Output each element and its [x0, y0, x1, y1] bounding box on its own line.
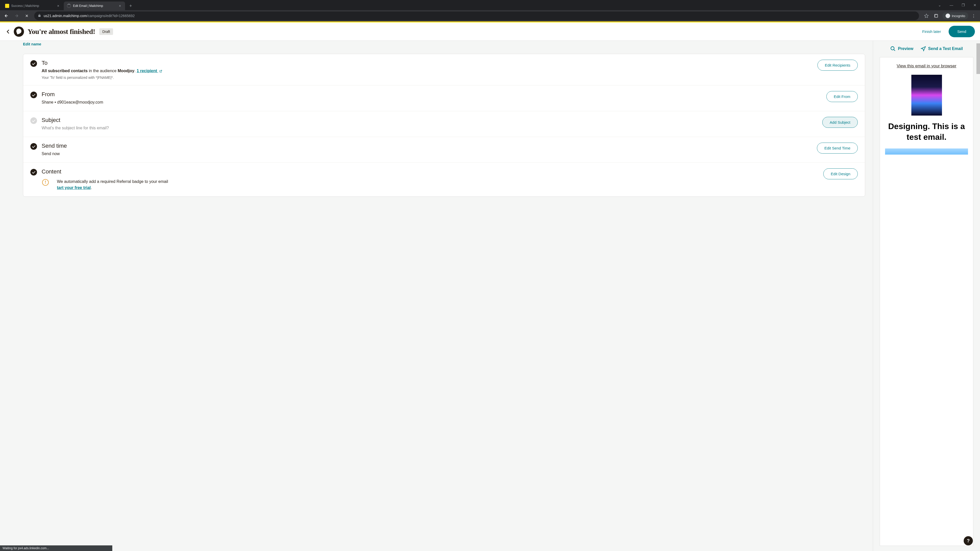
left-column: Edit name To All subscribed contacts in …: [0, 41, 873, 551]
app-header: You're almost finished! Draft Finish lat…: [0, 22, 980, 41]
svg-rect-0: [935, 14, 938, 17]
extensions-icon[interactable]: [932, 11, 940, 20]
warning-icon: !: [42, 179, 49, 186]
loading-spinner-icon: [67, 4, 71, 8]
preview-link[interactable]: Preview: [890, 46, 913, 52]
content-warning: ! We automatically add a required Referr…: [41, 179, 818, 191]
section-title-subject: Subject: [41, 117, 817, 124]
edit-recipients-button[interactable]: Edit Recipients: [818, 60, 858, 71]
maximize-icon[interactable]: ❐: [959, 2, 967, 9]
back-button[interactable]: [2, 11, 11, 20]
section-to: To All subscribed contacts in the audien…: [23, 54, 865, 85]
section-from: From Shane • d901eace@moodjoy.com Edit F…: [23, 85, 865, 111]
bookmark-star-icon[interactable]: [922, 11, 931, 20]
incognito-icon: [945, 14, 950, 18]
main-content: Edit name To All subscribed contacts in …: [0, 41, 980, 551]
minimize-icon[interactable]: —: [948, 2, 955, 9]
edit-from-button[interactable]: Edit From: [826, 91, 858, 102]
section-content: Content ! We automatically add a require…: [23, 162, 865, 197]
preview-hero-image: [912, 75, 942, 116]
to-description: All subscribed contacts in the audience …: [41, 68, 812, 74]
kebab-menu-icon[interactable]: ⋮: [969, 11, 978, 20]
browser-status-bar: Waiting for px4.ads.linkedin.com...: [0, 545, 112, 551]
preview-heading: Designing. This is a test email.: [883, 121, 970, 142]
add-subject-button[interactable]: Add Subject: [822, 117, 858, 128]
external-link-icon: [159, 70, 162, 73]
search-icon: [890, 46, 896, 52]
section-title-to: To: [41, 60, 812, 66]
subject-placeholder: What's the subject line for this email?: [41, 125, 817, 131]
email-preview-frame[interactable]: View this email in your browser Designin…: [880, 57, 974, 546]
svg-point-1: [891, 47, 894, 50]
tab-title: Edit Email | Mailchimp: [73, 4, 116, 8]
mailchimp-favicon: [5, 4, 9, 8]
check-icon: [30, 169, 37, 176]
help-fab-button[interactable]: ?: [964, 536, 973, 545]
close-window-icon[interactable]: ✕: [971, 2, 978, 9]
browser-tab-strip: Success | Mailchimp × Edit Email | Mailc…: [0, 0, 980, 10]
edit-send-time-button[interactable]: Edit Send Time: [817, 143, 858, 154]
from-description: Shane • d901eace@moodjoy.com: [41, 99, 821, 105]
window-controls: ⌄ — ❐ ✕: [936, 0, 978, 10]
scrollbar-thumb[interactable]: [977, 43, 980, 74]
send-time-value: Send now: [41, 151, 812, 157]
start-trial-link[interactable]: tart your free trial: [57, 186, 91, 190]
incognito-label: Incognito: [952, 14, 965, 18]
edit-design-button[interactable]: Edit Design: [823, 168, 858, 179]
to-helper-text: Your 'To' field is personalized with *|F…: [41, 76, 812, 79]
forward-button[interactable]: [12, 11, 21, 20]
pending-check-icon: [30, 118, 37, 124]
lock-icon: [38, 14, 41, 18]
back-chevron-icon[interactable]: [5, 29, 11, 34]
browser-tab-edit-email[interactable]: Edit Email | Mailchimp ×: [64, 2, 125, 10]
check-icon: [30, 92, 37, 98]
browser-tab-success[interactable]: Success | Mailchimp ×: [2, 2, 63, 10]
send-icon: [921, 46, 926, 52]
recipient-count-link[interactable]: 1 recipient: [137, 68, 162, 73]
preview-content-block: [885, 148, 968, 155]
section-title-from: From: [41, 91, 821, 98]
address-bar[interactable]: us21.admin.mailchimp.com/campaigns/edit?…: [34, 11, 919, 20]
check-icon: [30, 60, 37, 67]
section-title-send-time: Send time: [41, 143, 812, 149]
incognito-badge[interactable]: Incognito: [942, 12, 968, 19]
view-in-browser-link[interactable]: View this email in your browser: [883, 64, 970, 68]
chevron-down-icon[interactable]: ⌄: [936, 2, 943, 9]
page-scrollbar[interactable]: [977, 41, 980, 551]
status-badge: Draft: [99, 28, 113, 35]
section-send-time: Send time Send now Edit Send Time: [23, 137, 865, 162]
browser-toolbar: us21.admin.mailchimp.com/campaigns/edit?…: [0, 10, 980, 21]
check-icon: [30, 143, 37, 150]
content-note-text: We automatically add a required Referral…: [57, 179, 168, 191]
campaign-sections-card: To All subscribed contacts in the audien…: [23, 54, 865, 197]
url-text: us21.admin.mailchimp.com/campaigns/edit?…: [44, 14, 135, 18]
close-tab-icon[interactable]: ×: [118, 4, 122, 8]
edit-name-link[interactable]: Edit name: [23, 42, 865, 46]
send-test-link[interactable]: Send a Test Email: [921, 46, 963, 52]
section-subject: Subject What's the subject line for this…: [23, 111, 865, 137]
preview-actions: Preview Send a Test Email: [880, 46, 974, 52]
send-button[interactable]: Send: [948, 26, 975, 37]
page-title: You're almost finished!: [27, 27, 95, 36]
close-tab-icon[interactable]: ×: [56, 4, 60, 8]
tab-title: Success | Mailchimp: [11, 4, 55, 8]
stop-reload-button[interactable]: [22, 11, 31, 20]
preview-panel: Preview Send a Test Email View this emai…: [873, 41, 980, 551]
finish-later-link[interactable]: Finish later: [918, 26, 945, 37]
mailchimp-logo[interactable]: [14, 27, 24, 37]
new-tab-button[interactable]: +: [127, 2, 134, 10]
section-title-content: Content: [41, 168, 818, 175]
